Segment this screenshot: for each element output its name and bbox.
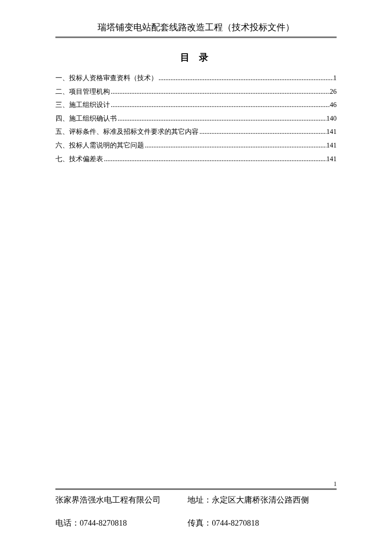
document-header-title: 瑞塔铺变电站配套线路改造工程（技术投标文件） bbox=[55, 21, 337, 33]
toc-heading: 目 录 bbox=[55, 51, 337, 64]
toc-entry-page: 141 bbox=[326, 140, 337, 151]
page-number: 1 bbox=[334, 481, 337, 488]
footer-row: 电话：0744-8270818 传真：0744-8270818 bbox=[55, 517, 337, 529]
toc-entry-page: 26 bbox=[330, 86, 337, 97]
toc-leader-dots bbox=[110, 86, 330, 97]
footer-phone: 电话：0744-8270818 bbox=[55, 517, 187, 529]
toc-entry: 一、投标人资格审查资料（技术） 1 bbox=[55, 72, 337, 84]
footer-divider bbox=[55, 489, 337, 490]
toc-leader-dots bbox=[117, 113, 326, 124]
toc-entry-label: 五、评标条件、标准及招标文件要求的其它内容 bbox=[55, 126, 199, 137]
footer-address-label: 地址： bbox=[187, 495, 212, 504]
footer-fax: 传真：0744-8270818 bbox=[187, 517, 337, 529]
footer-phone-value: 0744-8270818 bbox=[80, 518, 127, 527]
footer-phone-label: 电话： bbox=[55, 518, 80, 527]
footer-fax-label: 传真： bbox=[187, 518, 212, 527]
toc-entry: 七、技术偏差表 141 bbox=[55, 153, 337, 165]
toc-entry-label: 六、投标人需说明的其它问题 bbox=[55, 140, 144, 151]
toc-entry-label: 七、技术偏差表 bbox=[55, 153, 103, 165]
toc-entry-label: 一、投标人资格审查资料（技术） bbox=[55, 72, 158, 84]
toc-leader-dots bbox=[158, 72, 333, 84]
footer-fax-value: 0744-8270818 bbox=[212, 518, 259, 527]
toc-entry: 六、投标人需说明的其它问题 141 bbox=[55, 140, 337, 151]
toc-leader-dots bbox=[199, 126, 326, 137]
toc-entry-page: 140 bbox=[326, 113, 337, 124]
footer-address-value: 永定区大庸桥张清公路西侧 bbox=[212, 495, 309, 504]
footer-company: 张家界浩强水电工程有限公司 bbox=[55, 494, 187, 506]
toc-leader-dots bbox=[144, 140, 326, 151]
toc-entry-label: 三、施工组织设计 bbox=[55, 99, 110, 110]
table-of-contents: 一、投标人资格审查资料（技术） 1 二、项目管理机构 26 三、施工组织设计 4… bbox=[55, 72, 337, 164]
toc-entry-label: 四、施工组织确认书 bbox=[55, 113, 117, 124]
toc-entry: 二、项目管理机构 26 bbox=[55, 86, 337, 97]
footer-address: 地址：永定区大庸桥张清公路西侧 bbox=[187, 494, 337, 506]
toc-entry-page: 141 bbox=[326, 126, 337, 137]
header-divider bbox=[55, 37, 337, 38]
toc-entry-page: 46 bbox=[330, 99, 337, 110]
toc-entry: 五、评标条件、标准及招标文件要求的其它内容 141 bbox=[55, 126, 337, 137]
toc-leader-dots bbox=[103, 153, 326, 165]
toc-entry-page: 141 bbox=[326, 153, 337, 165]
footer-row: 张家界浩强水电工程有限公司 地址：永定区大庸桥张清公路西侧 bbox=[55, 494, 337, 506]
toc-entry: 三、施工组织设计 46 bbox=[55, 99, 337, 110]
toc-entry-label: 二、项目管理机构 bbox=[55, 86, 110, 97]
toc-leader-dots bbox=[110, 99, 330, 110]
document-footer: 张家界浩强水电工程有限公司 地址：永定区大庸桥张清公路西侧 电话：0744-82… bbox=[55, 494, 337, 541]
toc-entry-page: 1 bbox=[333, 72, 337, 84]
toc-entry: 四、施工组织确认书 140 bbox=[55, 113, 337, 124]
